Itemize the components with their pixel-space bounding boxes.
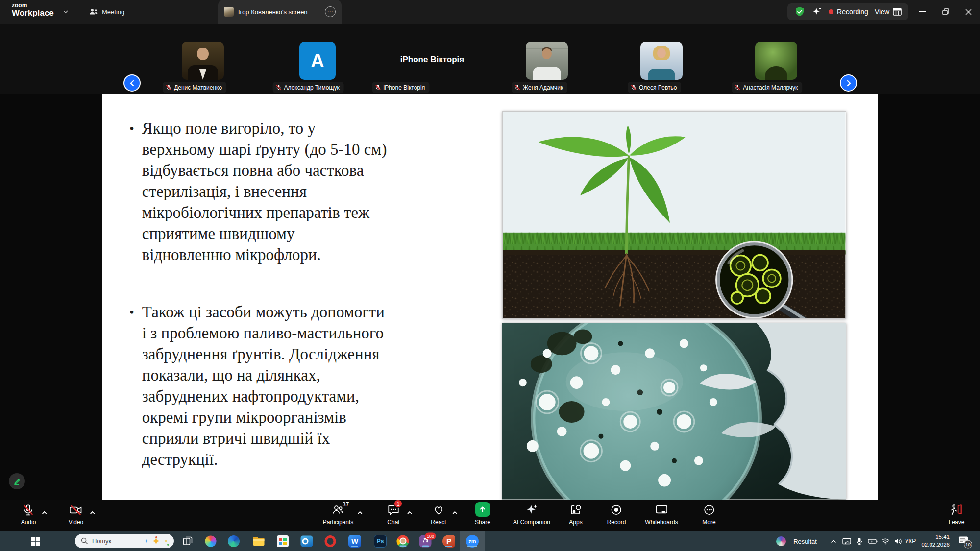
mic-muted-icon (514, 84, 520, 91)
outlook-app-icon[interactable] (301, 535, 313, 547)
restore-icon (942, 8, 949, 15)
shared-screen-stage: • Якщо поле вигоріло, то у верхньому шар… (0, 94, 980, 500)
speaker-icon (894, 538, 902, 545)
participant-tile[interactable]: Анастасія Малярчук (719, 24, 833, 94)
ai-sparkle-icon[interactable] (811, 6, 822, 17)
volume-tray-button[interactable] (894, 538, 902, 545)
hidden-icons-button[interactable] (831, 539, 837, 543)
chevron-down-icon[interactable] (63, 9, 69, 15)
apps-label: Apps (569, 519, 582, 526)
viber-app-icon[interactable]: 180 (419, 535, 432, 547)
mic-muted-icon (375, 84, 381, 91)
tab-options-ellipsis-icon[interactable]: ⋯ (325, 6, 336, 17)
participant-name-pill: Александр Тимощук (273, 82, 344, 93)
more-ellipsis-icon (703, 503, 715, 516)
apps-icon (569, 503, 582, 516)
cast-tray-button[interactable] (842, 537, 851, 545)
tray-app-label[interactable]: Resultat (793, 537, 817, 545)
chat-label: Chat (387, 519, 399, 526)
view-button[interactable]: View (875, 8, 902, 16)
close-button[interactable] (957, 0, 980, 24)
restore-button[interactable] (934, 0, 957, 24)
participant-tile[interactable]: Женя Адамчик (490, 24, 604, 94)
ai-companion-button[interactable]: AI Companion (513, 503, 550, 526)
viber-unread-badge: 180 (425, 532, 436, 539)
recording-indicator: Recording (829, 8, 868, 16)
notification-icon-wrap: 10 (958, 536, 968, 546)
minimize-icon (919, 11, 926, 12)
share-button[interactable]: Share (475, 503, 490, 526)
notification-center-button[interactable]: 10 (958, 536, 968, 546)
seedling-soil-illustration (503, 112, 846, 318)
microsoft-store-app-icon[interactable] (277, 535, 289, 547)
task-view-button[interactable] (183, 536, 193, 546)
participant-display-name: iPhone Вікторія (400, 55, 464, 65)
chevron-up-icon (831, 539, 837, 543)
whiteboards-button[interactable]: Whiteboards (645, 503, 678, 526)
participant-row: Денис Матвиенко A Александр Тимощук iPho… (146, 24, 834, 94)
record-button[interactable]: Record (607, 503, 626, 526)
file-explorer-app-icon[interactable] (253, 536, 265, 547)
taskbar-search[interactable]: Пошук (75, 534, 174, 548)
powerpoint-app-icon[interactable]: P (442, 535, 455, 548)
tab-meeting[interactable]: Meeting (84, 0, 129, 24)
chevron-up-icon[interactable] (407, 511, 413, 515)
clock[interactable]: 15:41 02.02.2026 (921, 533, 950, 549)
mic-muted-icon (166, 84, 172, 91)
time: 15:41 (921, 533, 950, 541)
apps-button[interactable]: Apps (569, 503, 582, 526)
pencil-icon (13, 477, 21, 485)
chevron-up-icon[interactable] (357, 511, 363, 515)
slide-bullet-2: • Також ці засоби можуть допомогти і з п… (129, 302, 472, 470)
view-grid-icon (893, 8, 902, 16)
filmstrip-next-button[interactable] (840, 74, 857, 92)
participant-name: Денис Матвиенко (174, 84, 222, 91)
zoom-workplace-logo[interactable]: zoom Workplace (12, 2, 54, 17)
tray-app-button[interactable] (776, 536, 786, 546)
edge-app-icon[interactable] (228, 535, 240, 547)
zoom-app-icon[interactable]: zm (466, 535, 479, 548)
participant-tile[interactable]: Денис Матвиенко (146, 24, 260, 94)
more-button[interactable]: More (702, 503, 715, 526)
wifi-tray-button[interactable] (882, 538, 890, 544)
security-shield-icon[interactable] (794, 6, 805, 17)
person-silhouette (197, 48, 209, 60)
minimize-button[interactable] (911, 0, 934, 24)
battery-tray-button[interactable] (868, 538, 878, 544)
participant-tile[interactable]: iPhone Вікторія iPhone Вікторія (375, 24, 490, 94)
participant-avatar-initial: A (299, 42, 336, 80)
chat-unread-badge: 1 (394, 500, 402, 508)
chevron-left-icon (129, 80, 136, 87)
chevron-up-icon[interactable] (90, 511, 96, 515)
tab-screen-share[interactable]: Ігор Коваленко's screen ⋯ (218, 0, 342, 24)
copilot-app-icon[interactable] (205, 535, 217, 547)
chevron-up-icon[interactable] (42, 511, 48, 515)
person-silhouette (765, 66, 787, 80)
chevron-up-icon[interactable] (452, 511, 458, 515)
presentation-slide: • Якщо поле вигоріло, то у верхньому шар… (102, 94, 878, 500)
participant-tile[interactable]: Олеся Ревтьо (604, 24, 719, 94)
running-indicator (399, 545, 406, 547)
opera-app-icon[interactable] (325, 535, 336, 547)
react-button[interactable]: React (431, 503, 446, 526)
bullet-marker: • (129, 118, 134, 265)
video-button[interactable]: Video (69, 503, 83, 526)
word-app-icon[interactable]: W (348, 535, 361, 548)
petri-dish-image (502, 323, 846, 500)
workplace-logo-text: Workplace (12, 9, 54, 18)
record-icon (610, 503, 623, 516)
microphone-tray-button[interactable] (857, 537, 862, 545)
audio-button[interactable]: Audio (21, 503, 36, 526)
bullet-marker: • (129, 302, 134, 470)
annotate-button[interactable] (9, 473, 25, 489)
participants-button[interactable]: 37 Participants (323, 503, 354, 526)
chat-button[interactable]: 1 Chat (387, 503, 400, 526)
photoshop-app-icon[interactable]: Ps (374, 535, 387, 548)
participant-tile[interactable]: A Александр Тимощук (260, 24, 375, 94)
language-indicator[interactable]: УКР (905, 538, 916, 545)
chrome-app-icon[interactable] (397, 535, 409, 547)
notification-count-badge: 10 (964, 540, 972, 548)
filmstrip-previous-button[interactable] (123, 74, 141, 92)
leave-button[interactable]: Leave (949, 503, 965, 526)
start-button[interactable] (31, 537, 40, 546)
